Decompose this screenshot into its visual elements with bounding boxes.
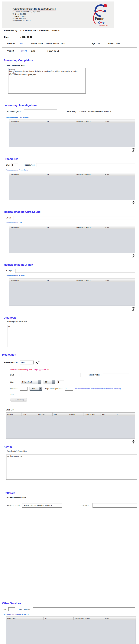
xray-col-department: Department xyxy=(10,279,46,282)
frequency-select[interactable]: OD ▼ xyxy=(44,380,55,384)
recommended-xrays-link[interactable]: Recommended X-Rays xyxy=(6,275,25,276)
reffered-by-label: Reffered By : xyxy=(66,110,78,112)
refresh-prescription-icon[interactable] xyxy=(36,360,40,364)
uss-table-body xyxy=(10,229,135,253)
uss-input-label: USS : xyxy=(6,217,11,219)
uss-table-header: Department ID Investigation/Service Stat… xyxy=(10,226,135,229)
section-xray: Medical Imaging X-Ray X-Rays : Recommend… xyxy=(0,263,139,277)
section-diagnosis: Diagnosis Enter Diagnosis Details Here I… xyxy=(0,316,139,322)
section-laboratory: Laboratory Investigations Lab Investinga… xyxy=(0,104,139,118)
special-notes-input[interactable] xyxy=(103,373,129,377)
lab-investigation-input[interactable] xyxy=(24,110,57,114)
procedures-table: Department ID Investigation/Service Stat… xyxy=(9,173,135,200)
diagnosis-textarea[interactable]: ISQ xyxy=(7,325,136,347)
other-qty-input[interactable] xyxy=(8,608,15,611)
prescription-id-input[interactable] xyxy=(20,360,34,364)
recommended-uss-link[interactable]: Recommended USS xyxy=(6,222,22,224)
way-qty-input[interactable] xyxy=(57,380,64,384)
medication-title: Medication xyxy=(2,353,139,356)
xray-table: Department ID Investigation/Service Stat… xyxy=(9,278,135,306)
company-info: Future Care by Future Holdings (Pty) Lim… xyxy=(12,8,56,22)
other-table-body xyxy=(6,620,136,644)
section-refferals: Refferals Select the needed Refferal Ref… xyxy=(0,492,139,508)
section-advice: Advice Enter Doctor's Advice Here contin… xyxy=(0,445,139,452)
procedures-input[interactable] xyxy=(36,163,135,167)
uss-col-department: Department xyxy=(10,226,46,229)
xray-col-service: Investigation/Service xyxy=(75,279,104,282)
patient-id-value: 7076 xyxy=(19,42,23,44)
recommended-procedures-link[interactable]: Recommended Procedures xyxy=(6,169,28,171)
future-care-logo: Future C♥re Body Mind Soul xyxy=(91,2,114,27)
complaints-label: Enter Complaints Here xyxy=(6,65,139,66)
xray-table-header: Department ID Investigation/Service Stat… xyxy=(10,279,135,282)
lab-delete-trash-icon[interactable] xyxy=(131,148,135,152)
xray-input[interactable] xyxy=(15,269,135,273)
reffering-doctor-input[interactable] xyxy=(22,503,62,508)
way-select[interactable]: Before Meal ▼ xyxy=(21,380,41,384)
procedures-col-service: Investigation/Service xyxy=(75,173,104,176)
procedures-delete-trash-icon[interactable] xyxy=(131,201,135,206)
uss-table: Department ID Investigation/Service Stat… xyxy=(9,226,135,253)
reffered-by-value: ORITSETSETOS RAPHAEL PINNICK xyxy=(80,110,111,112)
drug-list-body xyxy=(6,416,136,439)
lab-table-header: Department ID Investigation/Service Stat… xyxy=(10,120,135,123)
clinic-header: Future Care by Future Holdings (Pty) Lim… xyxy=(2,2,114,28)
drug-selection-warning: Please select the Drug from Drug suggess… xyxy=(10,368,49,371)
complaints-textarea[interactable]: pt seen Xray of lumbosacral spine showed… xyxy=(8,68,86,94)
drug-list-delete-trash-icon[interactable] xyxy=(131,440,135,445)
uss-input[interactable] xyxy=(13,216,135,220)
company-phone-2: T: +24 84 225 252 xyxy=(12,16,56,17)
other-qty-label: Qty : xyxy=(3,608,7,610)
procedures-qty-input[interactable] xyxy=(11,163,18,167)
advice-textarea[interactable]: continue current mgt xyxy=(6,454,137,480)
add-drug-button[interactable]: Add Drug xyxy=(10,398,27,402)
patient-name-value: XAVIER ALLEN ULEDI xyxy=(46,42,66,44)
laboratory-title: Laboratory Investigations xyxy=(4,104,139,107)
xray-table-body xyxy=(10,282,135,306)
logo-graphic: Future C♥re Body Mind Soul xyxy=(91,2,114,27)
lab-col-department: Department xyxy=(10,120,46,123)
refferals-listbox[interactable] xyxy=(8,512,136,595)
recommended-other-services-link[interactable]: Recommended Other Services xyxy=(4,613,28,615)
xray-delete-trash-icon[interactable] xyxy=(131,307,135,312)
presenting-complaints-title: Presenting Complaints xyxy=(4,59,139,62)
diagnosis-title: Diagnosis xyxy=(4,316,139,319)
medication-entry-panel: Please select the Drug from Drug suggess… xyxy=(6,367,136,404)
company-number: Company No.8417652-2 xyxy=(12,20,56,22)
special-notes-label: Special Notes xyxy=(88,374,100,376)
uss-delete-trash-icon[interactable] xyxy=(131,254,135,258)
consultant-input[interactable] xyxy=(92,503,137,508)
consult-date-value: 2024-06-12 xyxy=(22,36,32,38)
section-presenting-complaints: Presenting Complaints Enter Complaints H… xyxy=(0,59,139,66)
drug-col-way: Way xyxy=(52,412,68,416)
patient-id-group: Patient ID:7076 xyxy=(7,42,23,44)
lab-col-status: Status xyxy=(104,120,135,123)
drug-input[interactable] xyxy=(21,373,81,377)
duration-input[interactable] xyxy=(20,387,28,390)
diagnosis-label: Enter Diagnosis Details Here xyxy=(6,321,139,322)
xray-input-row: X-Rays : xyxy=(6,269,135,273)
uss-col-service: Investigation/Service xyxy=(75,226,104,229)
duration-unit-value: Day/s xyxy=(30,387,39,390)
way-dropdown-arrow-icon: ▼ xyxy=(38,380,41,384)
procedures-col-id: ID xyxy=(46,173,75,176)
reffering-doctor-label: Reffering Doctor xyxy=(6,504,20,506)
drug-list-label: Drug List xyxy=(6,409,14,411)
frequency-dropdown-arrow-icon: ▼ xyxy=(52,380,54,384)
per-meal-input[interactable] xyxy=(65,387,73,390)
other-services-input[interactable] xyxy=(32,608,135,611)
prescription-row: Prescription ID : xyxy=(4,360,139,364)
uss-title: Medical Imaging Ultra Sound xyxy=(4,210,139,214)
recommended-lab-testings-link[interactable]: Recommended Lab Testings xyxy=(6,116,29,118)
lab-input-row: Lab Investingation : Reffered By : ORITS… xyxy=(6,110,139,114)
procedures-col-department: Department xyxy=(10,173,46,176)
drug-col-note: Note xyxy=(100,412,115,416)
section-other-services: Other Services Qty : Other Services : Re… xyxy=(0,602,139,616)
patient-age-group: Age:48 xyxy=(92,42,100,44)
procedures-qty-label: Qty : xyxy=(6,164,10,166)
advice-label: Enter Doctor's Advice Here xyxy=(6,450,139,452)
duration-unit-dropdown-arrow-icon: ▼ xyxy=(39,387,42,390)
total-label: Total xyxy=(10,394,19,396)
duration-unit-select[interactable]: Day/s ▼ xyxy=(30,387,42,390)
consult-date-label: Date xyxy=(4,36,20,38)
